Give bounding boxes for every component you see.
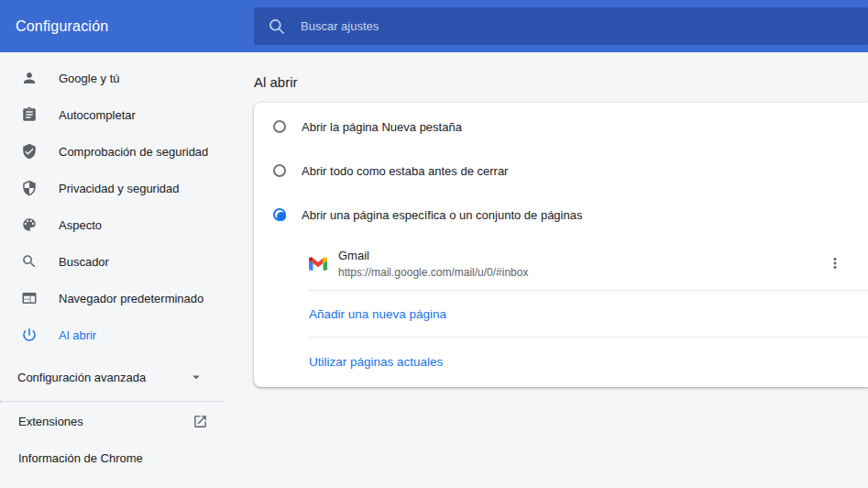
sidebar-item-informacion-de-chrome[interactable]: Información de Chrome (0, 439, 225, 476)
sidebar-item-aspecto[interactable]: Aspecto (0, 206, 225, 243)
sidebar-item-autocompletar[interactable]: Autocompletar (0, 96, 225, 133)
clipboard-icon (21, 106, 38, 123)
section-head: Al abrir (225, 52, 868, 103)
option-label: Abrir todo como estaba antes de cerrar (302, 164, 508, 178)
gmail-icon (309, 256, 327, 271)
person-icon (21, 70, 38, 86)
sidebar-item-google-y-tu[interactable]: Google y tú (0, 60, 225, 96)
sidebar-item-buscador[interactable]: Buscador (0, 243, 225, 280)
sidebar-item-label: Navegador predeterminado (59, 292, 203, 305)
add-new-page-button[interactable]: Añadir una nueva página (254, 291, 868, 337)
sidebar-item-navegador-predeterminado[interactable]: Navegador predeterminado (0, 280, 225, 316)
shield-check-icon (21, 143, 38, 160)
sidebar-item-label: Google y tú (59, 72, 120, 85)
section-title: Al abrir (254, 74, 868, 90)
page-title: Configuración (16, 18, 108, 34)
advanced-settings-toggle[interactable]: Configuración avanzada (0, 353, 225, 401)
search-icon (268, 17, 286, 36)
chevron-down-icon (188, 369, 204, 385)
more-options-button[interactable] (820, 249, 850, 278)
sidebar-item-extensiones[interactable]: Extensiones (0, 403, 225, 439)
option-label: Abrir una página específica o un conjunt… (302, 208, 582, 222)
settings-content: Al abrir Abrir la página Nueva pestaña A… (225, 52, 868, 488)
sidebar-item-al-abrir[interactable]: Al abrir (0, 316, 225, 353)
use-current-pages-label: Utilizar páginas actuales (309, 355, 443, 369)
power-icon (21, 327, 38, 343)
palette-icon (21, 216, 38, 233)
option-continue-where-left-off[interactable]: Abrir todo como estaba antes de cerrar (254, 149, 868, 193)
option-label: Abrir la página Nueva pestaña (302, 120, 462, 134)
toolbar-title-wrap: Configuración (0, 18, 254, 35)
startup-page-title: Gmail (338, 248, 528, 263)
sidebar-item-label: Extensiones (18, 415, 83, 428)
sidebar-item-label: Comprobación de seguridad (59, 145, 208, 159)
radio-button[interactable] (273, 120, 286, 133)
radio-button[interactable] (273, 164, 286, 177)
sidebar-item-label: Buscador (59, 255, 109, 269)
on-startup-card: Abrir la página Nueva pestaña Abrir todo… (254, 103, 868, 387)
sidebar-item-label: Al abrir (59, 328, 96, 342)
startup-page-row: Gmail https://mail.google.com/mail/u/0/#… (254, 237, 868, 290)
advanced-settings-label: Configuración avanzada (17, 371, 146, 384)
add-new-page-label: Añadir una nueva página (309, 307, 446, 321)
settings-toolbar: Configuración (0, 0, 868, 52)
use-current-pages-button[interactable]: Utilizar páginas actuales (254, 338, 868, 385)
browser-icon (21, 290, 38, 306)
sidebar-item-label: Privacidad y seguridad (59, 182, 180, 195)
sidebar-item-comprobacion-seguridad[interactable]: Comprobación de seguridad (0, 133, 225, 170)
search-input[interactable] (301, 19, 868, 33)
open-in-new-icon (192, 414, 208, 429)
option-open-new-tab[interactable]: Abrir la página Nueva pestaña (254, 105, 868, 149)
radio-button-selected[interactable] (273, 208, 286, 221)
shield-half-icon (21, 180, 38, 196)
sidebar-item-label: Aspecto (59, 218, 102, 232)
settings-search-box[interactable] (254, 7, 868, 45)
more-vert-icon (827, 255, 843, 272)
sidebar-item-label: Autocompletar (59, 108, 136, 122)
option-open-specific-pages[interactable]: Abrir una página específica o un conjunt… (254, 193, 868, 237)
settings-sidebar: Google y tú Autocompletar Comprobación d… (0, 52, 225, 488)
startup-page-text: Gmail https://mail.google.com/mail/u/0/#… (338, 248, 528, 280)
startup-page-url: https://mail.google.com/mail/u/0/#inbox (338, 265, 528, 280)
sidebar-item-privacidad-seguridad[interactable]: Privacidad y seguridad (0, 170, 225, 206)
search-icon (21, 253, 38, 270)
sidebar-item-label: Información de Chrome (18, 451, 143, 465)
